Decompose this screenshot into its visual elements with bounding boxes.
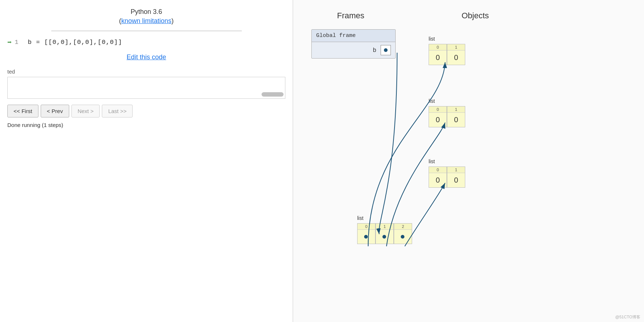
scrollbar-thumb[interactable] xyxy=(262,92,284,97)
frame-var-b: b xyxy=(373,47,376,53)
inner-list-3: list 0 0 1 0 xyxy=(429,166,465,188)
first-button[interactable]: << First xyxy=(7,105,38,117)
python-version-text: Python 3.6 (known limitations) xyxy=(0,7,293,26)
current-line-arrow: ➡ xyxy=(7,38,12,47)
code-line-1: ➡ 1 b = [[0,0],[0,0],[0,0]] xyxy=(0,36,293,48)
outer-list-label: list xyxy=(357,215,363,221)
inner-list-1-cell-1: 1 0 xyxy=(447,44,465,65)
outer-list-cells: 0 1 2 xyxy=(357,223,412,244)
code-text: b = [[0,0],[0,0],[0,0]] xyxy=(28,39,122,46)
inner-list-3-cells: 0 0 1 0 xyxy=(429,166,465,188)
line-number: 1 xyxy=(15,39,22,46)
inner-list-1-label: list xyxy=(429,36,435,42)
outer-list-cell-1: 1 xyxy=(375,223,394,244)
right-panel: Frames Objects Global frame b list 0 0 1… xyxy=(293,0,644,322)
inner-list-3-label: list xyxy=(429,158,435,164)
inner-list-3-cell-0: 0 0 xyxy=(429,166,447,188)
inner-list-1: list 0 0 1 0 xyxy=(429,44,465,65)
output-label: ted xyxy=(0,68,293,75)
inner-list-1-cell-0: 0 0 xyxy=(429,44,447,65)
global-frame-row-b: b xyxy=(312,42,395,58)
last-button[interactable]: Last >> xyxy=(102,105,133,117)
outer-list-cell-2: 2 xyxy=(394,223,412,244)
inner-list-2-cell-0: 0 0 xyxy=(429,106,447,127)
outer-pointer-dot-0 xyxy=(364,235,368,239)
watermark: @51CTO博客 xyxy=(615,314,640,320)
navigation-controls: << First < Prev Next > Last >> xyxy=(0,99,293,120)
inner-list-3-cell-1: 1 0 xyxy=(447,166,465,188)
scrollbar-track[interactable] xyxy=(8,92,285,97)
known-limitations-link[interactable]: known limitations xyxy=(121,17,171,25)
global-frame-title: Global frame xyxy=(312,30,395,42)
edit-this-code-link[interactable]: Edit this code xyxy=(126,53,166,61)
pointer-dot-b xyxy=(384,48,388,52)
status-text: Done running (1 steps) xyxy=(0,122,293,128)
frames-header: Frames xyxy=(337,11,364,20)
inner-list-2: list 0 0 1 0 xyxy=(429,106,465,127)
edit-link-container: Edit this code xyxy=(0,53,293,61)
next-button[interactable]: Next > xyxy=(71,105,100,117)
python-version-label: Python 3.6 xyxy=(130,8,162,15)
inner-list-2-cells: 0 0 1 0 xyxy=(429,106,465,127)
prev-button[interactable]: < Prev xyxy=(41,105,69,117)
left-panel: Python 3.6 (known limitations) ➡ 1 b = [… xyxy=(0,0,293,322)
inner-list-2-cell-1: 1 0 xyxy=(447,106,465,127)
output-area xyxy=(7,77,285,99)
outer-list-cell-0: 0 xyxy=(357,223,375,244)
divider xyxy=(51,31,242,31)
objects-header: Objects xyxy=(462,11,489,20)
global-frame-box: Global frame b xyxy=(311,29,396,59)
frame-pointer-cell-b xyxy=(381,45,391,55)
inner-list-2-label: list xyxy=(429,98,435,104)
outer-pointer-dot-1 xyxy=(382,235,386,239)
outer-list-box: list 0 1 2 xyxy=(357,223,412,244)
outer-pointer-dot-2 xyxy=(401,235,404,239)
inner-list-1-cells: 0 0 1 0 xyxy=(429,44,465,65)
